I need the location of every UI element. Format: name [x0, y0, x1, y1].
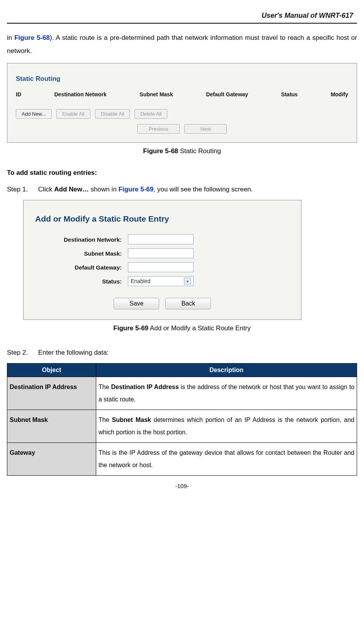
cell-desc-0: The Destination IP Address is the addres…	[96, 377, 357, 410]
row-destination-network: Destination Network:	[35, 234, 289, 244]
row-status: Status: Enabled ▾	[35, 276, 289, 286]
input-destination-network[interactable]	[128, 234, 194, 244]
previous-button[interactable]: Previous	[137, 124, 180, 134]
doc-title: User's Manual of WNRT-617	[7, 12, 357, 20]
add-entries-heading: To add static routing entries:	[7, 169, 357, 177]
caption-text-5-68: Static Routing	[178, 147, 221, 155]
col-dest-network: Destination Network	[54, 91, 106, 97]
figure-ref-5-69: Figure 5-69	[119, 186, 154, 193]
chevron-down-icon: ▾	[184, 278, 191, 285]
table-row: Subnet Mask The Subnet Mask determines w…	[7, 410, 357, 443]
back-button[interactable]: Back	[165, 298, 211, 309]
label-status: Status:	[35, 278, 128, 285]
add-new-button[interactable]: Add New...	[16, 109, 52, 119]
figure-5-69-box: Add or Modify a Static Route Entry Desti…	[23, 200, 301, 320]
select-status-value: Enabled	[131, 278, 150, 284]
step-2-text: Enter the following data:	[38, 349, 109, 356]
step-1-label: Step 1.	[7, 183, 36, 196]
add-modify-panel: Add or Modify a Static Route Entry Desti…	[24, 200, 301, 319]
cell-obj-0: Destination IP Address	[7, 377, 96, 410]
step-1-bold: Add New…	[54, 186, 89, 193]
table-header-object: Object	[7, 364, 96, 377]
description-table: Object Description Destination IP Addres…	[7, 363, 357, 476]
step-2: Step 2. Enter the following data:	[7, 346, 357, 359]
desc-bold-0: Destination IP Address	[111, 384, 179, 390]
intro-paragraph: in Figure 5-68). A static route is a pre…	[7, 31, 357, 58]
col-subnet-mask: Subnet Mask	[139, 91, 173, 97]
page-number: -109-	[7, 483, 357, 489]
next-button[interactable]: Next	[184, 124, 227, 134]
input-subnet-mask[interactable]	[128, 248, 194, 258]
intro-rest: ). A static route is a pre-determined pa…	[7, 34, 357, 55]
caption-label-5-68: Figure 5-68	[143, 147, 178, 155]
table-row: Gateway This is the IP Address of the ga…	[7, 443, 357, 476]
static-routing-title: Static Routing	[16, 75, 348, 83]
label-subnet-mask: Subnet Mask:	[35, 250, 128, 257]
col-modify: Modify	[331, 91, 348, 97]
intro-prefix: in	[7, 34, 14, 41]
button-row-2: Previous Next	[16, 124, 348, 134]
caption-label-5-69: Figure 5-69	[113, 324, 148, 332]
header-divider	[7, 23, 357, 24]
row-default-gateway: Default Gateway:	[35, 262, 289, 272]
button-row-1: Add New... Enable All Disable All Delete…	[16, 109, 348, 119]
input-default-gateway[interactable]	[128, 262, 194, 272]
cell-obj-1: Subnet Mask	[7, 410, 96, 443]
label-destination-network: Destination Network:	[35, 236, 128, 243]
select-status[interactable]: Enabled ▾	[128, 276, 194, 286]
desc-bold-1: Subnet Mask	[112, 417, 151, 423]
col-default-gateway: Default Gateway	[206, 91, 248, 97]
save-button[interactable]: Save	[114, 298, 159, 309]
delete-all-button[interactable]: Delete All	[134, 109, 167, 119]
save-back-row: Save Back	[35, 298, 289, 309]
caption-text-5-69: Add or Modify a Static Route Entry	[148, 324, 251, 332]
col-id: ID	[16, 91, 21, 97]
static-routing-columns: ID Destination Network Subnet Mask Defau…	[16, 91, 348, 97]
figure-5-69-caption: Figure 5-69 Add or Modify a Static Route…	[7, 324, 357, 332]
enable-all-button[interactable]: Enable All	[56, 109, 90, 119]
cell-desc-1: The Subnet Mask determines which portion…	[96, 410, 357, 443]
add-modify-title: Add or Modify a Static Route Entry	[35, 214, 289, 224]
figure-5-68-caption: Figure 5-68 Static Routing	[7, 147, 357, 155]
figure-ref-5-68: Figure 5-68	[14, 34, 50, 41]
cell-obj-2: Gateway	[7, 443, 96, 476]
label-default-gateway: Default Gateway:	[35, 264, 128, 271]
cell-desc-2: This is the IP Address of the gateway de…	[96, 443, 357, 476]
step-2-label: Step 2.	[7, 346, 36, 359]
disable-all-button[interactable]: Disable All	[95, 109, 130, 119]
step-1-mid: shown in	[89, 186, 119, 193]
step-1-before: Click	[38, 186, 54, 193]
desc-post-2: This is the IP Address of the gateway de…	[99, 449, 354, 468]
step-1: Step 1. Click Add New… shown in Figure 5…	[7, 183, 357, 196]
static-routing-panel: Static Routing ID Destination Network Su…	[7, 63, 357, 142]
row-subnet-mask: Subnet Mask:	[35, 248, 289, 258]
figure-5-68-box: Static Routing ID Destination Network Su…	[7, 63, 357, 143]
col-status: Status	[281, 91, 298, 97]
table-header-description: Description	[96, 364, 357, 377]
desc-pre-0: The	[99, 384, 111, 390]
step-1-after: , you will see the following screen.	[153, 186, 253, 193]
desc-pre-1: The	[99, 417, 112, 423]
table-row: Destination IP Address The Destination I…	[7, 377, 357, 410]
